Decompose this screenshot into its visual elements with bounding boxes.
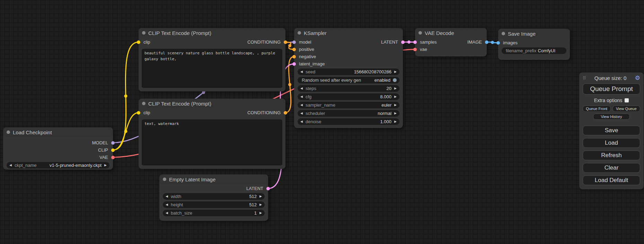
node-ksampler[interactable]: KSampler model LATENT positive negative …	[294, 28, 403, 128]
prev-arrow-icon[interactable]: ◀	[300, 103, 303, 107]
node-title-bar[interactable]: CLIP Text Encode (Prompt)	[139, 99, 285, 108]
output-slot-latent[interactable]	[266, 187, 270, 190]
output-label-conditioning: CONDITIONING	[247, 39, 281, 45]
view-history-button[interactable]: View History	[593, 114, 630, 120]
node-title-bar[interactable]: Save Image	[498, 29, 570, 38]
increment-arrow-icon[interactable]: ▶	[394, 70, 397, 73]
node-vae-decode[interactable]: VAE Decode samples IMAGE vae	[415, 28, 487, 56]
output-slot-model[interactable]	[111, 141, 115, 145]
input-slot-clip[interactable]	[137, 111, 140, 115]
node-save-image[interactable]: Save Image images filename_prefix ComfyU…	[498, 29, 570, 60]
refresh-button[interactable]: Refresh	[583, 151, 640, 160]
prev-arrow-icon[interactable]: ◀	[9, 164, 12, 167]
increment-arrow-icon[interactable]: ▶	[259, 195, 262, 198]
drag-handle-icon[interactable]: ⠿	[583, 75, 586, 81]
output-slot-latent[interactable]	[401, 40, 405, 44]
input-slot-positive[interactable]	[292, 48, 296, 51]
input-slot-images[interactable]	[496, 41, 500, 45]
increment-arrow-icon[interactable]: ▶	[394, 87, 397, 90]
input-slot-latent-image[interactable]	[292, 62, 296, 66]
widget-label: height	[171, 202, 183, 207]
node-title-bar[interactable]: CLIP Text Encode (Prompt)	[139, 28, 285, 38]
node-title: VAE Decode	[425, 30, 454, 36]
input-slot-vae[interactable]	[413, 48, 417, 51]
input-slot-model[interactable]	[292, 40, 296, 44]
node-status-dot	[142, 31, 145, 35]
input-slot-clip[interactable]	[137, 40, 140, 44]
input-label-negative: negative	[299, 54, 316, 59]
extra-options-checkbox[interactable]	[625, 98, 629, 102]
slot-row: CLIP	[3, 146, 113, 154]
queue-front-button[interactable]: Queue Front	[583, 106, 611, 112]
widget-denoise[interactable]: ◀ denoise 1.000 ▶	[298, 118, 399, 125]
node-title-bar[interactable]: VAE Decode	[415, 28, 487, 38]
next-arrow-icon[interactable]: ▶	[394, 103, 397, 107]
widget-filename-prefix[interactable]: filename_prefix ComfyUI	[502, 47, 566, 54]
output-slot-image[interactable]	[485, 40, 488, 44]
widget-seed[interactable]: ◀ seed 156680208700286 ▶	[298, 69, 399, 75]
negative-prompt-textarea[interactable]: text, watermark	[142, 119, 282, 165]
output-slot-conditioning[interactable]	[284, 40, 287, 44]
node-load-checkpoint[interactable]: Load Checkpoint MODEL CLIP VAE ◀ ckpt_na…	[3, 127, 113, 170]
slot-row: images	[498, 39, 570, 46]
load-button[interactable]: Load	[583, 138, 640, 148]
widget-value: v1-5-pruned-emaonly.ckpt	[50, 163, 102, 168]
widget-ckpt-name[interactable]: ◀ ckpt_name v1-5-pruned-emaonly.ckpt ▶	[7, 162, 109, 169]
node-empty-latent-image[interactable]: Empty Latent Image LATENT ◀ width 512 ▶ …	[159, 174, 268, 221]
widget-random-seed-toggle[interactable]: Random seed after every gen enabled	[298, 77, 399, 83]
toggle-dot[interactable]	[393, 78, 397, 82]
graph-canvas[interactable]: Load Checkpoint MODEL CLIP VAE ◀ ckpt_na…	[0, 0, 644, 244]
prev-arrow-icon[interactable]: ◀	[300, 112, 303, 115]
output-slot-conditioning[interactable]	[284, 111, 287, 115]
input-slot-samples[interactable]	[413, 40, 417, 44]
positive-prompt-textarea[interactable]: beautiful scenery nature glass bottle la…	[142, 49, 282, 88]
output-slot-clip[interactable]	[111, 148, 115, 152]
widget-cfg[interactable]: ◀ cfg 8.000 ▶	[298, 93, 399, 100]
save-button[interactable]: Save	[583, 126, 640, 135]
decrement-arrow-icon[interactable]: ◀	[300, 87, 303, 90]
increment-arrow-icon[interactable]: ▶	[259, 203, 262, 206]
node-title-bar[interactable]: Empty Latent Image	[159, 174, 268, 184]
widget-scheduler[interactable]: ◀ scheduler normal ▶	[298, 110, 399, 117]
settings-gear-icon[interactable]: ⚙	[635, 75, 640, 81]
clear-button[interactable]: Clear	[583, 163, 640, 173]
output-label-conditioning: CONDITIONING	[247, 110, 281, 115]
decrement-arrow-icon[interactable]: ◀	[300, 120, 303, 123]
widget-batch-size[interactable]: ◀ batch_size 1 ▶	[163, 210, 265, 216]
view-queue-button[interactable]: View Queue	[612, 106, 641, 112]
node-title: CLIP Text Encode (Prompt)	[148, 101, 211, 107]
output-slot-vae[interactable]	[111, 156, 115, 159]
output-label-image: IMAGE	[467, 39, 482, 45]
node-title-bar[interactable]: Load Checkpoint	[3, 127, 113, 137]
increment-arrow-icon[interactable]: ▶	[394, 95, 397, 98]
decrement-arrow-icon[interactable]: ◀	[166, 211, 168, 215]
node-clip-text-encode-negative[interactable]: CLIP Text Encode (Prompt) clip CONDITION…	[139, 99, 285, 169]
decrement-arrow-icon[interactable]: ◀	[166, 203, 168, 206]
widget-width[interactable]: ◀ width 512 ▶	[163, 193, 265, 200]
widget-value: normal	[378, 111, 391, 116]
increment-arrow-icon[interactable]: ▶	[394, 120, 397, 123]
node-clip-text-encode-positive[interactable]: CLIP Text Encode (Prompt) clip CONDITION…	[139, 28, 285, 91]
next-arrow-icon[interactable]: ▶	[394, 112, 397, 115]
node-status-dot	[142, 102, 145, 105]
widget-value: 1	[254, 210, 257, 216]
load-default-button[interactable]: Load Default	[583, 175, 640, 185]
slot-row: VAE	[3, 154, 113, 161]
widget-value: 512	[249, 202, 257, 207]
next-arrow-icon[interactable]: ▶	[104, 164, 107, 167]
increment-arrow-icon[interactable]: ▶	[259, 211, 262, 215]
widget-height[interactable]: ◀ height 512 ▶	[163, 201, 265, 208]
node-title-bar[interactable]: KSampler	[294, 28, 403, 38]
widget-label: filename_prefix	[506, 48, 536, 53]
widget-sampler-name[interactable]: ◀ sampler_name euler ▶	[298, 102, 399, 108]
decrement-arrow-icon[interactable]: ◀	[166, 195, 168, 198]
input-slot-negative[interactable]	[292, 55, 296, 58]
decrement-arrow-icon[interactable]: ◀	[300, 70, 303, 73]
input-label-clip: clip	[143, 110, 150, 115]
node-title: CLIP Text Encode (Prompt)	[148, 30, 211, 36]
widget-label: seed	[306, 69, 315, 74]
widget-steps[interactable]: ◀ steps 20 ▶	[298, 85, 399, 92]
decrement-arrow-icon[interactable]: ◀	[300, 95, 303, 98]
queue-prompt-button[interactable]: Queue Prompt	[583, 83, 640, 94]
widget-label: cfg	[306, 94, 311, 99]
